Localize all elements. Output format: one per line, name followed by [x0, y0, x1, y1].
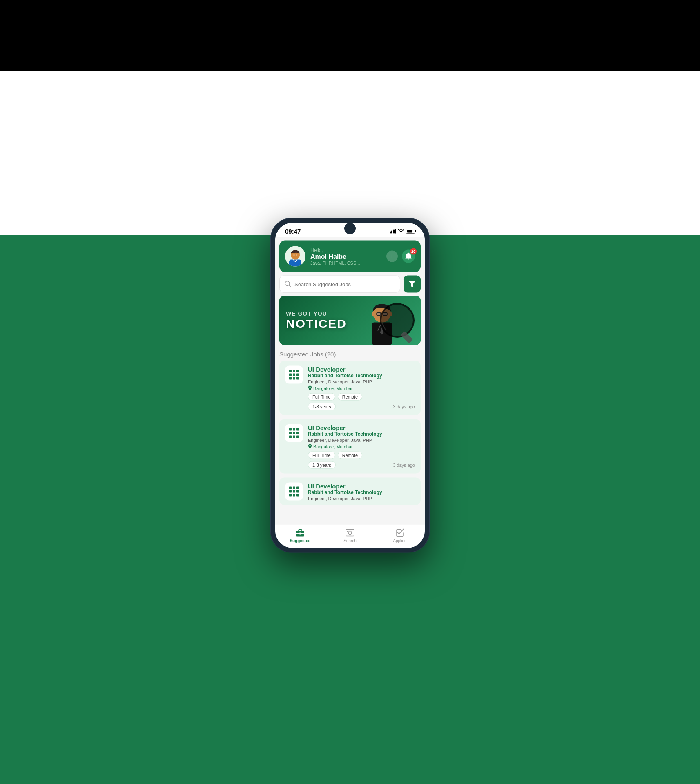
svg-point-35 — [310, 445, 311, 446]
job-card-1[interactable]: UI Developer Rabbit and Tortoise Technol… — [279, 361, 421, 415]
phone-notch — [344, 223, 356, 234]
bottom-nav: Suggested Search — [275, 525, 425, 548]
svg-rect-11 — [377, 313, 381, 316]
svg-rect-20 — [293, 374, 295, 376]
svg-rect-16 — [289, 370, 292, 372]
svg-rect-21 — [296, 374, 299, 376]
phone-wrapper: 09:47 — [270, 218, 430, 553]
filter-icon — [408, 281, 416, 287]
user-name: Amol Halbe — [310, 253, 360, 261]
job-card-2[interactable]: UI Developer Rabbit and Tortoise Technol… — [279, 419, 421, 474]
svg-point-49 — [348, 531, 352, 535]
svg-rect-41 — [296, 490, 299, 493]
job-company-1: Rabbit and Tortoise Technology — [308, 373, 415, 379]
svg-rect-3 — [293, 255, 295, 256]
job-company-2: Rabbit and Tortoise Technology — [308, 431, 415, 437]
filter-button[interactable] — [404, 276, 421, 293]
svg-rect-44 — [296, 494, 299, 497]
svg-rect-18 — [296, 370, 299, 372]
applied-icon — [395, 528, 404, 537]
svg-rect-30 — [293, 432, 295, 434]
svg-rect-33 — [293, 436, 295, 438]
search-icon — [285, 281, 291, 287]
svg-point-14 — [372, 312, 374, 316]
svg-rect-37 — [293, 487, 295, 489]
search-row — [279, 276, 421, 293]
job-card-3[interactable]: UI Developer Rabbit and Tortoise Technol… — [279, 478, 421, 505]
svg-rect-19 — [289, 374, 292, 376]
svg-rect-27 — [293, 428, 295, 431]
job-location-1: Bangalore, Mumbai — [308, 386, 415, 391]
nav-item-suggested[interactable]: Suggested — [275, 528, 325, 543]
user-skills: Java, PHP,HTML, CSS... — [310, 261, 360, 265]
job-exp-2: 1-3 years — [308, 461, 336, 469]
svg-rect-28 — [296, 428, 299, 431]
nav-label-suggested: Suggested — [290, 539, 310, 543]
section-header: Suggested Jobs (20) — [275, 349, 425, 361]
company-logo-1 — [285, 366, 303, 384]
svg-rect-31 — [296, 432, 299, 434]
search-input[interactable] — [294, 281, 395, 287]
nav-item-search[interactable]: Search — [325, 528, 375, 543]
job-skills-2: Engineer, Developer, Java, PHP, — [308, 438, 415, 443]
svg-point-5 — [285, 281, 290, 286]
info-button[interactable]: i — [386, 251, 398, 262]
phone-screen: 09:47 — [275, 223, 425, 548]
building-icon-2 — [288, 427, 301, 440]
outer-background: 09:47 — [0, 0, 700, 784]
svg-rect-40 — [293, 490, 295, 493]
job-tags-2: Full Time Remote — [308, 452, 415, 459]
phone-frame: 09:47 — [270, 218, 430, 553]
svg-rect-32 — [289, 436, 292, 438]
briefcase-icon — [296, 528, 305, 537]
banner-line2: NOTICED — [286, 317, 347, 331]
job-title-3: UI Developer — [308, 483, 415, 490]
svg-rect-34 — [296, 436, 299, 438]
svg-rect-29 — [289, 432, 292, 434]
status-time: 09:47 — [285, 228, 301, 235]
company-logo-3 — [285, 483, 303, 501]
svg-point-25 — [310, 387, 311, 388]
banner-line1: WE GOT YOU — [286, 310, 347, 317]
building-icon-3 — [288, 485, 301, 498]
job-date-1: 3 days ago — [393, 404, 415, 409]
job-title-2: UI Developer — [308, 424, 415, 431]
svg-rect-17 — [293, 370, 295, 372]
svg-rect-43 — [293, 494, 295, 497]
notification-button[interactable]: 20 — [402, 250, 415, 263]
svg-rect-36 — [289, 487, 292, 489]
job-exp-1: 1-3 years — [308, 403, 336, 410]
nav-label-search: Search — [343, 539, 357, 543]
svg-rect-38 — [296, 487, 299, 489]
main-content: Hello, Amol Halbe Java, PHP,HTML, CSS...… — [275, 237, 425, 525]
location-icon-2 — [308, 444, 312, 449]
svg-rect-39 — [289, 490, 292, 493]
notification-badge: 20 — [410, 248, 417, 255]
job-company-3: Rabbit and Tortoise Technology — [308, 490, 415, 495]
job-skills-1: Engineer, Developer, Java, PHP, — [308, 379, 415, 384]
svg-rect-1 — [289, 260, 301, 267]
job-title-1: UI Developer — [308, 366, 415, 373]
search-nav-icon — [346, 528, 354, 537]
svg-rect-23 — [293, 377, 295, 380]
signal-icon — [390, 229, 397, 234]
svg-rect-4 — [296, 255, 297, 256]
promo-banner: WE GOT YOU NOTICED — [279, 296, 421, 345]
wifi-icon — [398, 229, 404, 234]
nav-label-applied: Applied — [393, 539, 406, 543]
location-icon-1 — [308, 386, 312, 391]
svg-rect-42 — [289, 494, 292, 497]
job-tags-1: Full Time Remote — [308, 393, 415, 401]
svg-rect-48 — [346, 530, 354, 536]
greeting-text: Hello, — [310, 247, 360, 253]
svg-rect-22 — [289, 377, 292, 380]
svg-rect-24 — [296, 377, 299, 380]
svg-rect-26 — [289, 428, 292, 431]
search-input-wrap — [279, 276, 400, 293]
status-icons — [390, 229, 415, 234]
header-card: Hello, Amol Halbe Java, PHP,HTML, CSS...… — [279, 241, 421, 272]
company-logo-2 — [285, 424, 303, 442]
job-date-2: 3 days ago — [393, 463, 415, 468]
job-location-2: Bangalore, Mumbai — [308, 444, 415, 449]
nav-item-applied[interactable]: Applied — [375, 528, 425, 543]
